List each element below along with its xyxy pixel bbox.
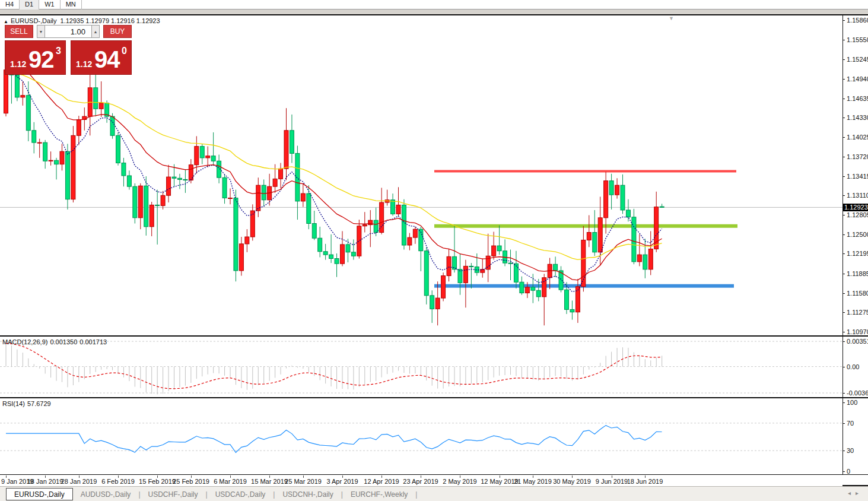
collapse-trade-panel-icon[interactable]: ▲ — [4, 19, 8, 24]
date-label: 15 Mar 2019 — [251, 478, 288, 485]
buy-price-tile[interactable]: 1.12 94 0 — [71, 40, 132, 75]
chart-shift-marker-icon[interactable]: ▼ — [669, 15, 674, 21]
axis-tick — [842, 451, 845, 451]
axis-tick — [842, 195, 845, 196]
macd-histogram — [6, 343, 662, 394]
symbol-tab-usdcad[interactable]: USDCAD-,Daily — [208, 489, 274, 501]
date-label: 25 Mar 2019 — [285, 478, 322, 485]
sell-price-tile[interactable]: 1.12 92 3 — [5, 40, 66, 75]
ohlc-high: 1.12979 — [85, 17, 109, 24]
rsi-value: 57.6729 — [27, 400, 51, 407]
pivot-line[interactable] — [434, 224, 737, 228]
axis-tick — [842, 157, 845, 157]
axis-tick — [842, 176, 845, 177]
timeframe-tab-mn[interactable]: MN — [61, 0, 82, 9]
pane-divider[interactable] — [0, 335, 868, 337]
macd-axis-label: -0.00367 — [847, 389, 868, 397]
macd-axis-label: 0.00 — [847, 363, 859, 370]
scroll-left-icon[interactable]: ◂ — [848, 490, 856, 496]
axis-tick — [842, 341, 845, 342]
toolbar-strip — [0, 9, 868, 14]
price-axis-label: 1.11580 — [847, 290, 868, 297]
axis-tick — [842, 118, 845, 118]
symbol-tab-bar: EURUSD-,DailyAUDUSD-,Daily|USDCHF-,Daily… — [0, 486, 868, 501]
date-label: 12 May 2019 — [481, 478, 519, 485]
price-axis-label: 1.11885 — [847, 270, 868, 277]
ma-slow-line — [6, 73, 662, 259]
axis-tick — [842, 367, 845, 367]
date-label: 6 Feb 2019 — [101, 478, 135, 485]
price-axis-label: 1.14025 — [847, 134, 868, 141]
axis-tick — [842, 402, 845, 403]
date-label: 9 Jun 2019 — [596, 478, 628, 485]
trading-platform-window: H4D1W1MN 1.158601.155501.152451.149401.1… — [0, 0, 868, 501]
pane-divider — [0, 474, 868, 475]
buy-pip-fraction: 0 — [122, 46, 127, 56]
axis-tick — [842, 99, 845, 99]
timeframe-tab-d1[interactable]: D1 — [20, 0, 39, 9]
buy-big-figure: 1.12 — [76, 59, 92, 69]
axis-tick — [842, 471, 845, 472]
price-axis-label: 1.15245 — [847, 56, 868, 63]
rsi-pane[interactable] — [0, 398, 842, 474]
price-axis-label: 1.13415 — [847, 173, 868, 180]
rsi-axis-label: 0 — [847, 468, 850, 475]
axis-tick — [842, 312, 845, 313]
chart-title: ▲EURUSD-,Daily1.129351.129791.129161.129… — [4, 17, 162, 24]
axis-tick — [842, 59, 845, 60]
symbol-tab-eurchf[interactable]: EURCHF-,Weekly — [343, 489, 415, 501]
symbol-tab-eurusd[interactable]: EURUSD-,Daily — [6, 488, 73, 500]
macd-value-signal: 0.001713 — [80, 338, 107, 345]
axis-tick — [842, 40, 845, 40]
date-label: 12 Apr 2019 — [364, 478, 399, 485]
symbol-tab-usdcnh[interactable]: USDCNH-,Daily — [275, 489, 341, 501]
timeframe-tab-h4[interactable]: H4 — [0, 0, 20, 9]
scroll-right-icon[interactable]: ▸ — [856, 490, 863, 496]
ma-mid-line — [6, 58, 662, 280]
price-axis-label: 1.12195 — [847, 250, 868, 257]
axis-tick — [842, 393, 845, 394]
volume-input[interactable] — [45, 25, 91, 38]
price-axis-label: 1.14635 — [847, 95, 868, 102]
rsi-axis-label: 70 — [847, 420, 854, 427]
price-axis-border — [842, 15, 843, 475]
axis-tick — [842, 234, 845, 235]
buy-button[interactable]: BUY — [103, 25, 132, 38]
price-axis-label: 1.12805 — [847, 211, 868, 218]
rsi-label: RSI(14)57.6729 — [2, 400, 53, 407]
price-axis-label: 1.15550 — [847, 36, 868, 43]
tab-scroll-arrows[interactable]: ◂▸ — [848, 490, 863, 496]
volume-increment-icon[interactable]: ▲ — [91, 25, 100, 38]
resistance-line[interactable] — [434, 170, 736, 172]
date-axis: 9 Jan 201918 Jan 201928 Jan 20196 Feb 20… — [0, 475, 842, 487]
axis-tick — [842, 215, 845, 215]
axis-tick — [842, 332, 845, 332]
macd-pane[interactable] — [0, 337, 842, 397]
sell-pips: 92 — [28, 46, 54, 73]
rsi-line — [6, 426, 662, 453]
ohlc-open: 1.12935 — [61, 17, 84, 24]
axis-tick — [842, 423, 845, 424]
sell-big-figure: 1.12 — [10, 59, 26, 69]
rsi-axis-label: 30 — [847, 447, 854, 454]
macd-signal-line — [6, 343, 662, 388]
price-axis-label: 1.14330 — [847, 114, 868, 121]
axis-tick — [842, 253, 845, 254]
tab-separator: | — [415, 490, 417, 499]
date-label: 15 Feb 2019 — [139, 478, 176, 485]
date-label: 28 Jan 2019 — [61, 478, 97, 485]
macd-axis-label: 0.003518 — [847, 338, 868, 345]
price-axis-label: 1.10970 — [847, 328, 868, 335]
pane-divider[interactable] — [0, 397, 868, 398]
macd-label: MACD(12,26,9)0.0013500.001713 — [2, 338, 109, 345]
sell-pip-fraction: 3 — [56, 46, 61, 56]
price-axis-label: 1.14940 — [847, 75, 868, 83]
timeframe-tab-w1[interactable]: W1 — [39, 0, 61, 9]
axis-tick — [842, 20, 845, 21]
date-label: 18 Jun 2019 — [627, 478, 663, 485]
one-click-trading-panel: SELL ▼ ▲ BUY 1.12 92 3 1.12 94 0 — [5, 25, 132, 75]
volume-decrement-icon[interactable]: ▼ — [37, 25, 45, 38]
symbol-tab-usdchf[interactable]: USDCHF-,Daily — [141, 489, 206, 501]
sell-button[interactable]: SELL — [5, 25, 33, 38]
symbol-tab-audusd[interactable]: AUDUSD-,Daily — [73, 489, 139, 501]
